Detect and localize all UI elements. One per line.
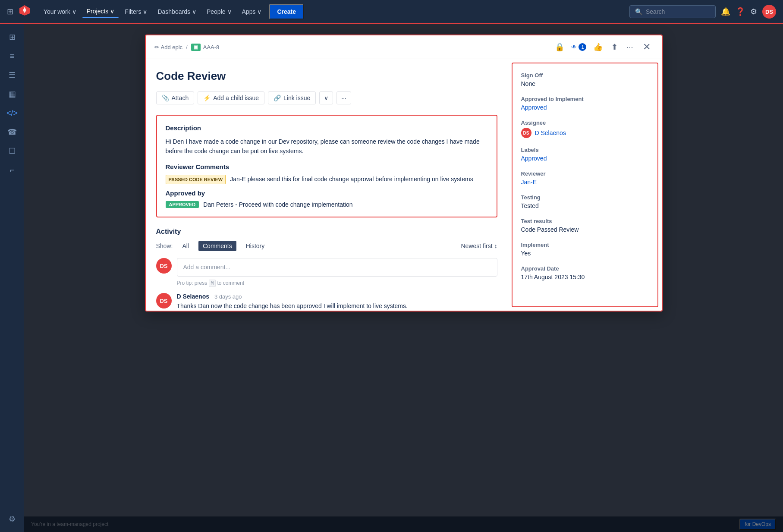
testing-field: Testing Tested — [521, 194, 649, 209]
sidebar-board-icon[interactable]: ☰ — [4, 67, 20, 83]
assignee-label: Assignee — [521, 120, 649, 126]
pro-tip: Pro tip: press M to comment — [177, 280, 497, 286]
testing-value: Tested — [521, 202, 649, 209]
close-button[interactable]: ✕ — [640, 41, 653, 54]
search-box[interactable]: 🔍 Search — [629, 5, 716, 18]
comment-entry: DS D Selaenos 3 days ago Thanks Dan now … — [156, 293, 497, 311]
test-results-label: Test results — [521, 218, 649, 224]
notification-icon[interactable]: 🔔 — [721, 7, 730, 16]
sidebar-roadmap-icon[interactable]: ≡ — [4, 48, 20, 64]
user-avatar[interactable]: DS — [762, 5, 776, 19]
settings-icon[interactable]: ⚙ — [750, 7, 757, 16]
sort-order[interactable]: Newest first ↕ — [461, 242, 497, 249]
nav-filters[interactable]: Filters ∨ — [120, 6, 151, 18]
comment-text: Thanks Dan now the code change has been … — [177, 302, 497, 311]
reviewer-field: Reviewer Jan-E — [521, 170, 649, 186]
modal-right-panel: Sign Off None Approved to Implement Appr… — [512, 63, 658, 307]
search-icon: 🔍 — [635, 8, 642, 15]
help-icon[interactable]: ❓ — [736, 7, 745, 16]
nav-apps[interactable]: Apps ∨ — [238, 6, 266, 18]
approved-to-implement-value[interactable]: Approved — [521, 104, 649, 111]
comment-input[interactable]: Add a comment... — [177, 258, 497, 277]
attach-button[interactable]: 📎 Attach — [156, 91, 195, 104]
breadcrumb-separator: / — [186, 44, 188, 50]
approved-badge: APPROVED — [166, 201, 199, 208]
modal-overlay: ✏ Add epic / ▣ AAA-8 🔒 👁 1 👍 ⬆ ··· ✕ — [24, 24, 783, 532]
reviewer-value[interactable]: Jan-E — [521, 179, 649, 186]
sidebar-shortcut-icon[interactable]: ⌐ — [4, 162, 20, 178]
link-icon: 🔗 — [274, 94, 281, 101]
watch-container[interactable]: 👁 1 — [571, 43, 586, 51]
sidebar-backlog-icon[interactable]: ▦ — [4, 86, 20, 102]
modal-header-actions: 🔒 👁 1 👍 ⬆ ··· ✕ — [553, 41, 653, 54]
toolbar-more-button[interactable]: ··· — [336, 91, 351, 104]
edit-icon: ✏ — [154, 44, 159, 50]
current-user-avatar: DS — [156, 258, 172, 274]
labels-label: Labels — [521, 147, 649, 153]
watch-count: 1 — [579, 43, 586, 51]
testing-label: Testing — [521, 194, 649, 201]
comment-author-line: D Selaenos 3 days ago — [177, 293, 497, 300]
issue-key-badge: ▣ — [191, 44, 201, 51]
assignee-row: DS D Selaenos — [521, 128, 649, 138]
description-box: Description Hi Den I have made a code ch… — [156, 115, 497, 217]
issue-key[interactable]: ▣ AAA-8 — [191, 44, 220, 51]
sidebar-code-icon[interactable]: </> — [4, 105, 20, 121]
add-child-issue-button[interactable]: ⚡ Add a child issue — [198, 91, 264, 104]
approval-date-value: 17th August 2023 15:30 — [521, 274, 649, 280]
create-button[interactable]: Create — [269, 4, 304, 19]
sidebar-settings-icon[interactable]: ⚙ — [4, 511, 20, 527]
pro-tip-key: M — [209, 280, 216, 287]
comment-avatar: DS — [156, 293, 172, 308]
nav-projects[interactable]: Projects ∨ — [82, 5, 119, 18]
attach-icon: 📎 — [162, 94, 169, 101]
lock-icon[interactable]: 🔒 — [553, 41, 566, 54]
toolbar: 📎 Attach ⚡ Add a child issue 🔗 Link issu… — [156, 91, 497, 104]
issue-title: Code Review — [156, 69, 497, 83]
comment-author: D Selaenos — [177, 293, 209, 300]
activity-history-button[interactable]: History — [242, 241, 269, 251]
assignee-field: Assignee DS D Selaenos — [521, 120, 649, 138]
approval-date-label: Approval Date — [521, 265, 649, 272]
comment-time: 3 days ago — [214, 293, 242, 300]
more-actions-icon[interactable]: ··· — [625, 41, 635, 54]
test-results-value: Code Passed Review — [521, 226, 649, 233]
assignee-name[interactable]: D Selaenos — [535, 129, 566, 136]
labels-value[interactable]: Approved — [521, 155, 649, 162]
modal-body: Code Review 📎 Attach ⚡ Add a child issue… — [146, 59, 662, 311]
reviewer-comments-title: Reviewer Comments — [166, 163, 488, 170]
grid-icon[interactable]: ⊞ — [7, 7, 13, 16]
issue-modal: ✏ Add epic / ▣ AAA-8 🔒 👁 1 👍 ⬆ ··· ✕ — [145, 35, 663, 312]
approved-to-implement-field: Approved to Implement Approved — [521, 96, 649, 111]
description-title: Description — [166, 124, 488, 132]
sidebar-phone-icon[interactable]: ☎ — [4, 124, 20, 140]
toolbar-dropdown-button[interactable]: ∨ — [319, 91, 333, 104]
breadcrumb-add-epic[interactable]: ✏ Add epic — [154, 44, 183, 50]
passed-badge: PASSED CODE REVIEW — [166, 175, 226, 185]
logo-icon[interactable] — [19, 4, 31, 19]
nav-people[interactable]: People ∨ — [202, 6, 236, 18]
sign-off-label: Sign Off — [521, 72, 649, 79]
modal-left-panel: Code Review 📎 Attach ⚡ Add a child issue… — [146, 59, 508, 311]
thumbs-up-icon[interactable]: 👍 — [591, 41, 604, 54]
reviewer-comment-text: Jan-E please send this for final code ch… — [230, 175, 473, 184]
share-icon[interactable]: ⬆ — [610, 41, 619, 54]
watch-icon: 👁 — [571, 44, 577, 50]
approved-by-title: Approved by — [166, 189, 488, 197]
approved-line: APPROVED Dan Peters - Proceed with code … — [166, 201, 488, 208]
sidebar-home-icon[interactable]: ⊞ — [4, 29, 20, 45]
activity-section: Activity Show: All Comments History Newe… — [156, 228, 497, 311]
test-results-field: Test results Code Passed Review — [521, 218, 649, 233]
approved-to-implement-label: Approved to Implement — [521, 96, 649, 102]
link-issue-button[interactable]: 🔗 Link issue — [268, 91, 316, 104]
sidebar-page-icon[interactable]: ☐ — [4, 143, 20, 159]
implement-label: Implement — [521, 242, 649, 248]
approval-date-field: Approval Date 17th August 2023 15:30 — [521, 265, 649, 280]
activity-comments-button[interactable]: Comments — [198, 241, 236, 251]
implement-field: Implement Yes — [521, 242, 649, 257]
nav-dashboards[interactable]: Dashboards ∨ — [153, 6, 201, 18]
sign-off-value: None — [521, 80, 649, 87]
activity-all-button[interactable]: All — [178, 241, 193, 251]
nav-your-work[interactable]: Your work ∨ — [39, 6, 81, 18]
reviewer-comment-line: PASSED CODE REVIEW Jan-E please send thi… — [166, 175, 488, 185]
